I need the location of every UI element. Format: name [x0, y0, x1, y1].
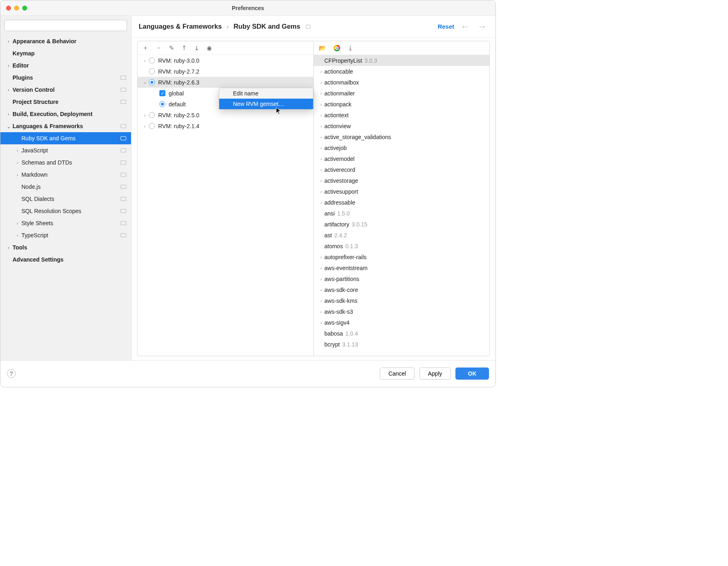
cancel-button[interactable]: Cancel	[380, 367, 415, 380]
gem-row[interactable]: ansi1.5.0	[314, 208, 489, 219]
sidebar-item[interactable]: Ruby SDK and Gems	[0, 132, 131, 144]
scope-icon	[121, 185, 126, 189]
gem-row[interactable]: ›activestorage	[314, 175, 489, 186]
gem-row[interactable]: ›actiontext	[314, 110, 489, 120]
gem-row[interactable]: bcrypt3.1.13	[314, 339, 489, 350]
sidebar-item[interactable]: SQL Resolution Scopes	[0, 205, 131, 217]
gem-row[interactable]: ›autoprefixer-rails	[314, 251, 489, 262]
breadcrumb-parent[interactable]: Languages & Frameworks	[139, 23, 222, 30]
radio-icon[interactable]	[159, 101, 165, 107]
gem-version: 0.1.3	[345, 243, 358, 249]
sidebar-item[interactable]: Markdown	[0, 169, 131, 181]
gem-row[interactable]: artifactory3.0.15	[314, 219, 489, 230]
sidebar-item[interactable]: SQL Dialects	[0, 193, 131, 205]
radio-icon[interactable]	[149, 79, 155, 85]
gem-row[interactable]: ›actioncable	[314, 66, 489, 77]
gem-version: 3.0.15	[351, 221, 367, 228]
expand-chevron-icon: ›	[318, 287, 324, 292]
sidebar-item[interactable]: Project Structure	[0, 96, 131, 108]
radio-icon[interactable]	[149, 68, 155, 74]
gem-row[interactable]: ›actionpack	[314, 99, 489, 110]
sidebar-item[interactable]: Node.js	[0, 181, 131, 193]
chrome-icon[interactable]	[334, 45, 340, 51]
checkbox-icon[interactable]: ✓	[159, 90, 165, 96]
sidebar-item[interactable]: Editor	[0, 59, 131, 72]
sidebar-item-label: Version Control	[13, 87, 121, 93]
sidebar-item[interactable]: Keymap	[0, 47, 131, 59]
gem-version: 1.5.0	[337, 210, 350, 217]
gem-row[interactable]: ast2.4.2	[314, 230, 489, 241]
chevron-icon	[14, 172, 21, 177]
radio-icon[interactable]	[149, 57, 155, 63]
folder-icon[interactable]: 📂	[319, 44, 326, 52]
gem-row[interactable]: ›activejob	[314, 142, 489, 153]
gem-name: actiontext	[324, 112, 349, 118]
sidebar-item[interactable]: Build, Execution, Deployment	[0, 108, 131, 120]
gem-row[interactable]: ›activerecord	[314, 164, 489, 175]
gem-name: ast	[324, 232, 332, 239]
scope-icon	[121, 161, 126, 165]
sidebar-item[interactable]: Version Control	[0, 84, 131, 96]
ok-button[interactable]: OK	[455, 367, 489, 380]
radio-icon[interactable]	[149, 123, 155, 129]
remove-icon[interactable]: －	[156, 44, 162, 52]
add-icon[interactable]: ＋	[142, 44, 148, 52]
sdk-row-label: RVM: ruby-2.5.0	[158, 112, 199, 118]
gem-row[interactable]: ›aws-sdk-kms	[314, 295, 489, 306]
sidebar-item[interactable]: Advanced Settings	[0, 253, 131, 266]
gem-row[interactable]: CFPropertyList3.0.3	[314, 55, 489, 66]
gem-name: aws-sigv4	[324, 319, 349, 326]
gem-row[interactable]: ›aws-sdk-s3	[314, 306, 489, 317]
sidebar: ⌕▾ Appearance & BehaviorKeymapEditorPlug…	[0, 16, 131, 360]
context-menu-item[interactable]: Edit name	[219, 88, 313, 99]
gem-name: actionmailbox	[324, 79, 359, 86]
gem-row[interactable]: ›actionmailer	[314, 88, 489, 99]
show-icon[interactable]: ◉	[207, 44, 212, 52]
search-input[interactable]	[4, 20, 127, 31]
sdk-row-label: RVM: ruby-2.6.3	[158, 79, 199, 86]
expand-chevron-icon: ›	[318, 298, 324, 303]
gem-row[interactable]: ›aws-eventstream	[314, 262, 489, 273]
expand-chevron-icon: ›	[318, 200, 324, 205]
gem-row[interactable]: ›addressable	[314, 197, 489, 208]
gem-row[interactable]: ›aws-sdk-core	[314, 284, 489, 295]
collapse-icon[interactable]: ⤒	[182, 44, 187, 52]
gem-row[interactable]: ›actionmailbox	[314, 77, 489, 88]
sidebar-item[interactable]: Style Sheets	[0, 217, 131, 229]
gem-row[interactable]: babosa1.0.4	[314, 328, 489, 339]
gem-row[interactable]: ›activesupport	[314, 186, 489, 197]
context-menu-item[interactable]: New RVM gemset…	[219, 99, 313, 109]
radio-icon[interactable]	[149, 112, 155, 118]
reset-button[interactable]: Reset	[438, 23, 454, 30]
back-icon[interactable]: ←	[459, 21, 471, 32]
expand-icon[interactable]: ⤓	[194, 44, 199, 52]
forward-icon[interactable]: →	[476, 21, 488, 32]
apply-button[interactable]: Apply	[419, 367, 451, 380]
sidebar-item-label: Project Structure	[13, 99, 121, 105]
gem-row[interactable]: ›activemodel	[314, 153, 489, 164]
sidebar-item[interactable]: Plugins	[0, 72, 131, 84]
gem-name: activemodel	[324, 156, 355, 162]
sdk-row[interactable]: RVM: ruby-2.7.2	[138, 66, 313, 77]
sdk-row[interactable]: ›RVM: ruby-2.1.4	[138, 120, 313, 131]
sidebar-item[interactable]: Appearance & Behavior	[0, 35, 131, 47]
sidebar-item[interactable]: Schemas and DTDs	[0, 156, 131, 169]
sdk-row[interactable]: ⌄RVM: ruby-2.6.3	[138, 77, 313, 88]
gem-row[interactable]: ›aws-partitions	[314, 273, 489, 284]
gem-row[interactable]: atomos0.1.3	[314, 241, 489, 251]
help-icon[interactable]: ?	[7, 369, 16, 378]
sidebar-item[interactable]: TypeScript	[0, 229, 131, 241]
sidebar-item[interactable]: Languages & Frameworks	[0, 120, 131, 132]
gem-row[interactable]: ›aws-sigv4	[314, 317, 489, 328]
gem-name: activestorage	[324, 177, 358, 184]
sidebar-item[interactable]: JavaScript	[0, 144, 131, 156]
sdk-row[interactable]: ›RVM: ruby-3.0.0	[138, 55, 313, 66]
gem-row[interactable]: ›actionview	[314, 120, 489, 131]
sidebar-item[interactable]: Tools	[0, 241, 131, 253]
edit-icon[interactable]: ✎	[169, 44, 174, 52]
download-icon[interactable]: ⭳	[347, 44, 353, 51]
gem-row[interactable]: ›active_storage_validations	[314, 131, 489, 142]
sdk-row[interactable]: ›RVM: ruby-2.5.0	[138, 110, 313, 120]
gem-name: CFPropertyList	[324, 57, 362, 64]
sidebar-item-label: Schemas and DTDs	[21, 159, 121, 166]
